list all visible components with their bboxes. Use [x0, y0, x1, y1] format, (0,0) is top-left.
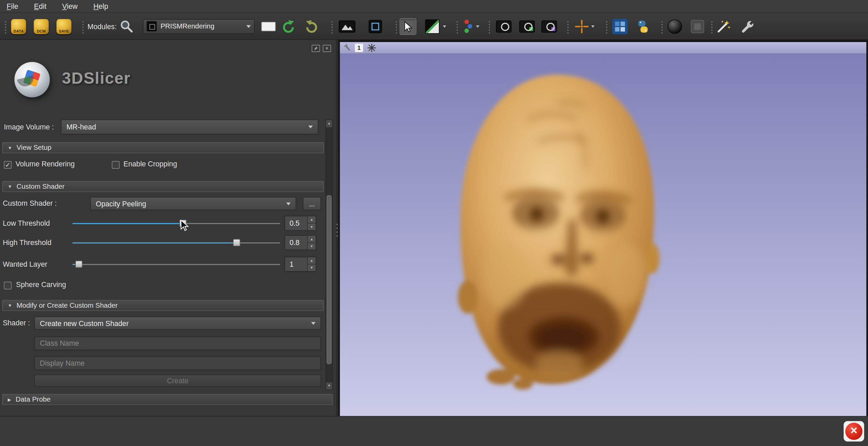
view-axes-icon[interactable]: [367, 43, 376, 53]
slider-handle[interactable]: [75, 261, 82, 268]
screenshot-view-button[interactable]: [339, 20, 355, 33]
modify-shader-header[interactable]: ▼ Modify or Create Custom Shader: [2, 300, 324, 311]
spin-down-icon[interactable]: ▼: [308, 224, 316, 230]
volume-rendering-toolbar-button[interactable]: [668, 19, 682, 33]
image-volume-combobox[interactable]: MR-head: [61, 120, 318, 135]
volume-rendered-head: [340, 54, 866, 416]
volume-rendering-checkbox[interactable]: ✓: [4, 161, 12, 169]
class-name-input[interactable]: [34, 337, 321, 350]
view-name-badge: 1: [355, 44, 363, 52]
mouse-cursor: [180, 220, 189, 234]
custom-shader-value: Opacity Peeling: [96, 200, 286, 208]
spin-up-icon[interactable]: ▲: [308, 216, 316, 223]
3d-render-area[interactable]: [340, 54, 866, 416]
chevron-down-icon: [308, 126, 313, 128]
module-forward-button[interactable]: [304, 19, 319, 34]
data-probe-header[interactable]: ▶ Data Probe: [2, 394, 333, 405]
stop-recording-button[interactable]: ✕: [844, 421, 864, 441]
section-title: Custom Shader: [17, 183, 65, 190]
popout-panel-icon[interactable]: ⬈: [312, 45, 320, 52]
window-level-button[interactable]: [425, 19, 439, 33]
new-shader-combobox[interactable]: Create new Custom Shader: [34, 317, 321, 330]
scroll-down-icon[interactable]: ▼: [326, 382, 332, 389]
view-setup-header[interactable]: ▼ View Setup: [2, 142, 324, 154]
spin-value: 0.5: [285, 216, 307, 230]
extensions-manager-button[interactable]: [612, 19, 628, 34]
scrollbar-thumb[interactable]: [327, 195, 332, 364]
spin-up-icon[interactable]: ▲: [308, 257, 316, 264]
toolbar-grip: [606, 20, 608, 34]
high-threshold-slider[interactable]: [73, 239, 280, 247]
slicer-logo: [14, 62, 50, 97]
toolbar-grip: [711, 20, 713, 34]
menubar: File Edit View Help: [0, 0, 868, 13]
settings-button[interactable]: [739, 19, 755, 34]
wanted-layer-row: Wanted Layer 1 ▲ ▼: [3, 257, 324, 272]
spin-down-icon[interactable]: ▼: [308, 264, 316, 271]
python-console-button[interactable]: [635, 19, 650, 34]
menu-file[interactable]: File: [0, 0, 25, 13]
module-selector-combobox[interactable]: PRISMRendering: [143, 19, 255, 34]
chevron-down-icon: [443, 25, 446, 27]
panel-scrollbar[interactable]: ▲ ▼: [326, 120, 333, 390]
load-data-button[interactable]: DATA: [11, 19, 26, 34]
collapse-arrow-icon: ▼: [8, 145, 12, 150]
screen-capture-button[interactable]: [496, 20, 512, 33]
menu-edit[interactable]: Edit: [27, 0, 53, 13]
place-markups-dropdown[interactable]: [476, 25, 479, 27]
spin-buttons[interactable]: ▲ ▼: [307, 216, 315, 230]
create-shader-button[interactable]: Create: [34, 374, 321, 387]
main-toolbar: DATA DCM SAVE Modules: PRISMRendering: [0, 13, 868, 40]
slider-handle[interactable]: [233, 239, 240, 246]
python-icon: [635, 19, 650, 34]
chevron-down-icon: [311, 322, 316, 324]
window-level-dropdown[interactable]: [443, 25, 446, 27]
spin-buttons[interactable]: ▲ ▼: [307, 257, 315, 271]
wanted-layer-slider[interactable]: [73, 261, 280, 268]
shader-options-button[interactable]: ...: [303, 197, 321, 210]
wanted-layer-spinbox[interactable]: 1 ▲ ▼: [284, 257, 316, 272]
scene-views-button[interactable]: [541, 20, 557, 33]
spin-down-icon[interactable]: ▼: [308, 243, 316, 250]
close-panel-icon[interactable]: ✕: [323, 45, 331, 52]
module-selector-value: PRISMRendering: [160, 22, 246, 30]
pin-icon[interactable]: [343, 44, 351, 52]
crosshair-button[interactable]: [575, 19, 589, 33]
module-icon: [147, 21, 157, 31]
extensions-icon: [612, 19, 628, 34]
magic-wand-button[interactable]: [715, 19, 731, 34]
sphere-carving-checkbox[interactable]: ✓: [4, 282, 12, 289]
toolbar-grip: [488, 20, 491, 34]
mouse-interaction-button[interactable]: [400, 18, 416, 35]
modules-label: Modules:: [87, 22, 117, 30]
low-threshold-spinbox[interactable]: 0.5 ▲ ▼: [284, 216, 316, 231]
module-back-button[interactable]: [281, 19, 296, 34]
place-markups-button[interactable]: [463, 19, 474, 34]
layout-selector-button[interactable]: [369, 20, 382, 33]
window-level-icon: [425, 19, 439, 33]
enable-cropping-checkbox[interactable]: ✓: [112, 161, 120, 169]
crosshair-dropdown[interactable]: [591, 25, 595, 27]
spin-buttons[interactable]: ▲ ▼: [307, 236, 315, 250]
dicom-button[interactable]: DCM: [34, 19, 49, 34]
chevron-down-icon: [286, 202, 291, 205]
module-search-button[interactable]: [120, 19, 134, 33]
scene-view-capture-button[interactable]: [519, 20, 535, 33]
3d-viewport: 1: [338, 40, 868, 416]
custom-shader-header[interactable]: ▼ Custom Shader: [2, 181, 324, 192]
volume-rendering-label: Volume Rendering: [16, 160, 75, 168]
toolbar-grip: [395, 20, 398, 34]
menu-help[interactable]: Help: [87, 0, 115, 13]
menu-view[interactable]: View: [56, 0, 84, 13]
save-button[interactable]: SAVE: [57, 19, 72, 34]
spin-up-icon[interactable]: ▲: [308, 236, 316, 243]
scroll-up-icon[interactable]: ▲: [326, 120, 332, 127]
new-shader-value: Create new Custom Shader: [40, 319, 311, 327]
layout-icon: [369, 20, 382, 33]
custom-shader-combobox[interactable]: Opacity Peeling: [90, 197, 296, 210]
module-history-button[interactable]: [261, 22, 276, 31]
display-name-input[interactable]: [34, 356, 321, 370]
low-threshold-slider[interactable]: [73, 220, 280, 227]
high-threshold-spinbox[interactable]: 0.8 ▲ ▼: [284, 235, 316, 250]
high-threshold-row: High Threshold 0.8 ▲ ▼: [3, 235, 324, 251]
